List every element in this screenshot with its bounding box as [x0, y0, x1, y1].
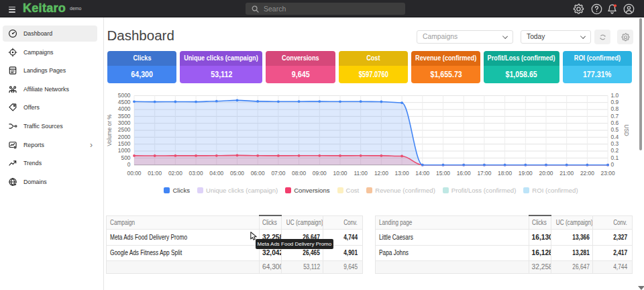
svg-text:22:00: 22:00 [580, 170, 594, 177]
svg-text:0.6: 0.6 [611, 119, 619, 126]
svg-text:0.9: 0.9 [611, 99, 619, 105]
svg-text:0: 0 [611, 161, 614, 168]
svg-text:07:00: 07:00 [271, 170, 285, 177]
svg-text:05:00: 05:00 [230, 170, 244, 177]
svg-text:1500: 1500 [118, 140, 131, 147]
svg-text:17:00: 17:00 [477, 170, 491, 177]
svg-text:08:00: 08:00 [292, 170, 306, 177]
svg-text:13:00: 13:00 [395, 170, 409, 177]
svg-text:500: 500 [121, 154, 131, 161]
svg-text:0.2: 0.2 [611, 147, 619, 154]
svg-text:01:00: 01:00 [148, 170, 162, 177]
svg-text:16:00: 16:00 [457, 170, 471, 177]
svg-text:5000: 5000 [118, 92, 131, 99]
svg-text:0.1: 0.1 [611, 154, 619, 161]
svg-text:0.5: 0.5 [611, 126, 619, 133]
svg-text:0.4: 0.4 [611, 134, 619, 140]
svg-text:USD: USD [623, 124, 630, 136]
svg-text:0.7: 0.7 [611, 113, 619, 119]
svg-text:0: 0 [127, 161, 131, 168]
svg-text:1.0: 1.0 [611, 92, 619, 99]
svg-text:23:00: 23:00 [601, 170, 615, 177]
svg-text:21:00: 21:00 [559, 170, 574, 177]
svg-text:15:00: 15:00 [436, 170, 450, 177]
svg-text:14:00: 14:00 [415, 170, 429, 177]
svg-text:0.3: 0.3 [611, 140, 619, 147]
svg-text:Volume or %: Volume or % [106, 114, 113, 146]
svg-text:2500: 2500 [118, 126, 131, 133]
svg-text:4000: 4000 [118, 105, 131, 112]
svg-text:02:00: 02:00 [168, 170, 182, 177]
svg-text:03:00: 03:00 [189, 170, 203, 177]
svg-text:4500: 4500 [118, 99, 131, 105]
svg-text:19:00: 19:00 [519, 170, 533, 177]
svg-text:10:00: 10:00 [333, 170, 347, 177]
svg-text:20:00: 20:00 [539, 170, 553, 177]
svg-text:06:00: 06:00 [251, 170, 265, 177]
svg-text:00:00: 00:00 [127, 170, 142, 177]
svg-text:3000: 3000 [118, 119, 131, 126]
svg-text:2000: 2000 [118, 134, 131, 140]
svg-text:12:00: 12:00 [374, 170, 388, 177]
svg-text:1000: 1000 [118, 147, 131, 154]
svg-text:09:00: 09:00 [313, 170, 327, 177]
svg-text:18:00: 18:00 [498, 170, 512, 177]
svg-text:11:00: 11:00 [354, 170, 368, 177]
svg-text:0.8: 0.8 [611, 105, 619, 112]
svg-text:3500: 3500 [118, 113, 131, 119]
svg-text:04:00: 04:00 [209, 170, 223, 177]
